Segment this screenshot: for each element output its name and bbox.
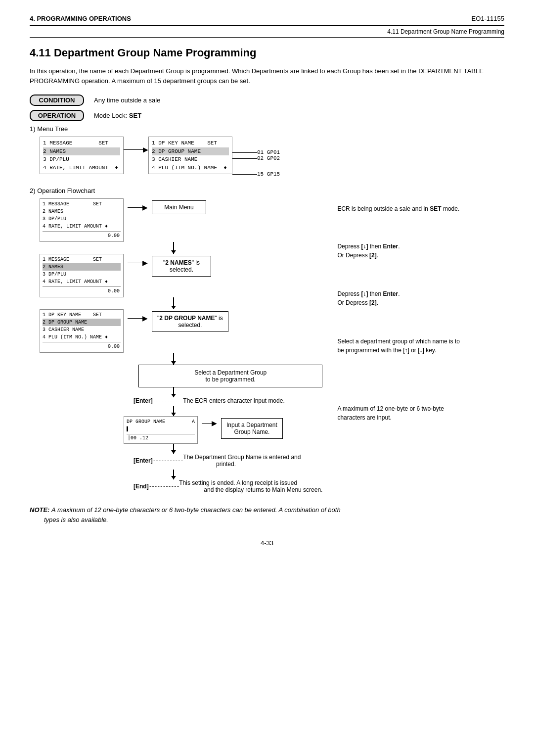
arrow-down-1 xyxy=(173,242,174,254)
names-label: "2 NAMES" isselected. xyxy=(163,259,200,273)
gp15-hline xyxy=(232,174,257,175)
gp02-row: 02 GP02 xyxy=(232,155,280,161)
s2r2: 2 NAMES xyxy=(43,263,121,271)
note-select: Select a department group of which name … xyxy=(337,337,504,355)
s3-bottom: 0.00 xyxy=(43,342,121,351)
arrow-down-5 xyxy=(173,406,174,416)
note-main-menu: ECR is being outside a sale and in SET m… xyxy=(337,198,504,213)
enter-note-1: The ECR enters character input mode. xyxy=(183,397,284,404)
menu-box2-row1: 1 DP KEY NAME SET xyxy=(152,139,229,147)
section2-label: 2) Operation Flowchart xyxy=(30,187,504,194)
condition-row: CONDITION Any time outside a sale xyxy=(30,94,504,106)
operation-text: Mode Lock: SET xyxy=(94,112,141,119)
arr-head3: ▶ xyxy=(142,314,148,322)
s3r3: 3 CASHIER NAME xyxy=(43,327,84,332)
header-left: 4. PROGRAMMING OPERATIONS xyxy=(30,15,131,22)
arr-head4: ▶ xyxy=(212,419,217,427)
menu-box-2: 1 DP KEY NAME SET 2 DP GROUP NAME 3 CASH… xyxy=(148,137,232,174)
enter-line-2: [Enter] ----------- The Department Group… xyxy=(134,454,322,468)
end-line: [End] ----------- This setting is ended.… xyxy=(134,479,322,493)
header-bar: 4. PROGRAMMING OPERATIONS EO1-11155 xyxy=(30,15,504,26)
h-arrow3 xyxy=(128,318,142,319)
flow-left: 1 MESSAGE SET 2 NAMES 3 DP/PLU 4 RATE, L… xyxy=(40,198,322,495)
flowchart-layout: 1 MESSAGE SET 2 NAMES 3 DP/PLU 4 RATE, L… xyxy=(40,198,504,495)
gp02-label: 02 GP02 xyxy=(257,155,280,161)
gp01-row: 01 GP01 xyxy=(232,137,280,155)
arrow-head-5 xyxy=(171,413,176,416)
arrow-main-menu: ▶ xyxy=(128,203,148,211)
flow-right-notes: ECR is being outside a sale and in SET m… xyxy=(322,198,504,495)
screen2-row: 1 MESSAGE SET 2 NAMES 3 DP/PLU 4 RATE, L… xyxy=(40,254,322,297)
gp01-label: 01 GP01 xyxy=(257,149,280,155)
end-label: [End] xyxy=(134,483,149,490)
arrow-names: ▶ xyxy=(128,259,148,267)
arrow-down-6 xyxy=(173,444,174,454)
s2-bottom: 0.00 xyxy=(43,286,121,295)
arrow-head-2 xyxy=(171,306,176,309)
note-text: A maximum of 12 one-byte characters or 6… xyxy=(30,506,341,523)
main-menu-label: Main Menu xyxy=(164,204,193,211)
s3r1: 1 DP KEY NAME SET xyxy=(43,312,102,318)
note-dp-group: Depress [↓] then Enter.Or Depress [2]. xyxy=(337,289,504,307)
h-arrow4 xyxy=(202,423,212,424)
dp-group-label: "2 DP GROUP NAME" isselected. xyxy=(157,315,223,329)
arrow-head-3 xyxy=(171,361,176,365)
menu-box1-row2: 2 NAMES xyxy=(43,147,120,156)
gp-branch: 01 GP01 02 GP02 15 GP15 xyxy=(232,137,280,177)
operation-bold: SET xyxy=(129,112,141,119)
operation-badge: OPERATION xyxy=(30,110,84,121)
condition-badge: CONDITION xyxy=(30,94,84,106)
arrow-input: ▶ xyxy=(202,419,217,427)
page-number: 4-33 xyxy=(30,539,504,547)
arrow-head-1 xyxy=(171,250,176,254)
arrow-head-6 xyxy=(171,450,176,454)
intro-text: In this operation, the name of each Depa… xyxy=(30,66,504,86)
arrow-down-2 xyxy=(173,297,174,309)
names-box: "2 NAMES" isselected. xyxy=(152,256,211,277)
page: 4. PROGRAMMING OPERATIONS EO1-11155 4.11… xyxy=(0,0,534,756)
menu-tree: 1 MESSAGE SET 2 NAMES 3 DP/PLU 4 RATE, L… xyxy=(40,137,504,177)
enter-label-2: [Enter] xyxy=(134,457,153,464)
arr-head2: ▶ xyxy=(142,259,148,267)
gp15-row: 15 GP15 xyxy=(232,171,280,177)
enter-label-1: [Enter] xyxy=(134,397,153,404)
note-label: NOTE: xyxy=(30,506,49,514)
select-dept-label: Select a Department Groupto be programme… xyxy=(194,369,267,383)
menu-box2-row4: 4 PLU (ITM NO.) NAME ♦ xyxy=(152,164,229,172)
end-note: This setting is ended. A long receipt is… xyxy=(179,479,322,493)
dashes-1: ----------- xyxy=(153,398,183,404)
select-dept-row: Select a Department Groupto be programme… xyxy=(138,365,322,387)
note-names: Depress [↓] then Enter.Or Depress [2]. xyxy=(337,242,504,260)
arrow-dp: ▶ xyxy=(128,314,148,322)
menu-tree-section: 1) Menu Tree 1 MESSAGE SET 2 NAMES 3 DP/… xyxy=(30,125,504,177)
s3r4: 4 PLU (ITM NO.) NAME ♦ xyxy=(43,334,108,340)
s2r1: 1 MESSAGE SET xyxy=(43,257,102,262)
arrow1: ▶ xyxy=(143,145,148,153)
note-input: A maximum of 12 one-byte or 6 two-bytech… xyxy=(337,404,504,422)
s4r2: ▌ xyxy=(127,426,130,432)
menu-box-1: 1 MESSAGE SET 2 NAMES 3 DP/PLU 4 RATE, L… xyxy=(40,137,124,174)
input-box: Input a DepartmentGroup Name. xyxy=(221,418,283,439)
s1r3: 3 DP/PLU xyxy=(43,216,66,222)
spacer1 xyxy=(337,379,504,404)
screen4-row: DP GROUP NAME A ▌ |00 .12 ▶ Input a Depa… xyxy=(40,416,322,444)
s2r3: 3 DP/PLU xyxy=(43,272,66,277)
s4r1: DP GROUP NAME A xyxy=(127,419,195,425)
input-label: Input a DepartmentGroup Name. xyxy=(226,422,277,435)
header-right: EO1-11155 xyxy=(472,15,505,22)
gp02-hline xyxy=(232,158,257,159)
arr-head: ▶ xyxy=(142,203,148,211)
operation-row: OPERATION Mode Lock: SET xyxy=(30,110,504,121)
note-section: NOTE: A maximum of 12 one-byte character… xyxy=(30,505,504,524)
screen2: 1 MESSAGE SET 2 NAMES 3 DP/PLU 4 RATE, L… xyxy=(40,254,124,297)
condition-text: Any time outside a sale xyxy=(94,96,160,104)
gp-lines: 01 GP01 02 GP02 15 GP15 xyxy=(232,137,280,177)
section-title: 4.11 Department Group Name Programming xyxy=(30,47,504,59)
dashes-3: ----------- xyxy=(149,483,179,489)
menu-box2-row3: 3 CASHIER NAME xyxy=(152,155,229,164)
s1r2: 2 NAMES xyxy=(43,209,63,214)
dp-group-box: "2 DP GROUP NAME" isselected. xyxy=(152,311,228,332)
s1r1: 1 MESSAGE SET xyxy=(43,201,102,207)
flowchart-section: 2) Operation Flowchart 1 MESSAGE SET 2 N… xyxy=(30,187,504,495)
menu-box2-row2: 2 DP GROUP NAME xyxy=(152,147,229,156)
